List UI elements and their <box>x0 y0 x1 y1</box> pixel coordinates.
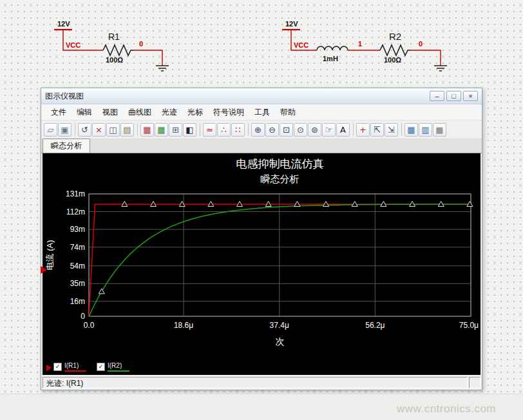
caption-buttons: –□× <box>430 91 478 101</box>
grapher-canvas[interactable]: 0.018.6μ37.4μ56.2μ75.0μ016m35m54m74m93m1… <box>43 153 480 375</box>
x-axis-label: 次 <box>276 336 285 347</box>
zoom-out-icon[interactable]: ⊖ <box>265 123 279 137</box>
x-tick-label: 75.0μ <box>459 321 479 330</box>
menu-item[interactable]: 光标 <box>183 106 207 119</box>
trace-visibility-checkbox[interactable]: ✓ <box>97 363 105 371</box>
r2-value-label[interactable]: 100Ω <box>384 56 401 64</box>
left-circuit: 12V VCC R1 100Ω 0 <box>54 20 169 71</box>
active-trace-tag-icon <box>46 365 52 371</box>
grapher-window: 图示仪视图 –□× 文件编辑视图曲线图光迹光标符号说明工具帮助 ▱▣↺×◫▤▦▦… <box>41 88 482 390</box>
right-circuit: 12V VCC 1mH 1 R2 100Ω 0 <box>282 20 447 71</box>
toolbar-separator <box>137 123 138 136</box>
circuit-schematic: 12V VCC R1 100Ω 0 12V VCC 1mH 1 R2 100Ω … <box>0 0 523 85</box>
invert-colors-icon[interactable]: ◧ <box>183 123 196 137</box>
ground-symbol[interactable] <box>434 62 447 71</box>
toolbar: ▱▣↺×◫▤▦▦⊞◧≈∴∷⊕⊖⊡⊙⊚☞A+⇱⇲▦▥■ <box>41 120 482 139</box>
x-tick-label: 0.0 <box>84 321 95 330</box>
active-trace-arrow-icon <box>41 266 47 274</box>
stop-icon[interactable]: ■ <box>433 123 446 137</box>
trace-name: I(R1) <box>64 362 86 369</box>
x-tick-label: 56.2μ <box>365 321 385 330</box>
menu-item[interactable]: 符号说明 <box>209 106 249 119</box>
window-title: 图示仪视图 <box>45 91 84 102</box>
chart-subtitle: 瞬态分析 <box>261 173 300 184</box>
paste-icon[interactable]: ▤ <box>120 123 134 137</box>
y-tick-label: 131m <box>66 189 85 198</box>
copy-page-icon[interactable]: ▥ <box>419 123 432 137</box>
toolbar-separator <box>401 123 402 136</box>
trace-marker-icon <box>99 289 104 294</box>
trace-color-line <box>108 370 129 372</box>
close-button[interactable]: × <box>463 91 478 101</box>
menu-item[interactable]: 曲线图 <box>124 106 156 119</box>
ground-symbol[interactable] <box>156 62 169 71</box>
hand-icon[interactable]: ☞ <box>322 123 336 137</box>
copy-graph-icon[interactable]: ▦ <box>404 123 418 137</box>
show-legend-icon[interactable]: ▦ <box>155 123 168 137</box>
save-icon[interactable]: ▣ <box>58 123 71 137</box>
title-bar[interactable]: 图示仪视图 –□× <box>41 88 482 104</box>
watermark: www.cntronics.com <box>397 403 496 415</box>
bottom-strip: www.cntronics.com <box>0 394 523 420</box>
cursors-icon[interactable]: + <box>356 123 370 137</box>
left-node-label[interactable]: 0 <box>139 40 143 48</box>
copy-icon[interactable]: ◫ <box>106 123 120 137</box>
r2-ref-label[interactable]: R2 <box>389 31 401 42</box>
trace-color-line <box>64 370 86 372</box>
trace-visibility-checkbox[interactable]: ✓ <box>53 363 62 371</box>
grid-properties-icon[interactable]: ▦ <box>140 123 154 137</box>
menu-item[interactable]: 帮助 <box>276 106 300 119</box>
zoom-in-icon[interactable]: ⊕ <box>251 123 265 137</box>
right-vcc-net-label[interactable]: VCC <box>294 41 309 49</box>
wire[interactable] <box>134 50 162 62</box>
zoom-select-icon[interactable]: ⊚ <box>308 123 321 137</box>
trace-markers-icon[interactable]: ∴ <box>217 123 231 137</box>
right-source-label[interactable]: 12V <box>285 20 298 28</box>
restore-button[interactable]: □ <box>446 91 461 101</box>
minimize-button[interactable]: – <box>430 91 444 101</box>
r1-ref-label[interactable]: R1 <box>108 32 120 42</box>
inductor-symbol[interactable] <box>317 46 348 50</box>
wire[interactable] <box>411 50 441 62</box>
chart-title: 电感抑制电流仿真 <box>236 158 324 170</box>
resistor-r1-symbol[interactable] <box>103 45 134 55</box>
toolbar-separator <box>200 123 200 136</box>
y-tick-label: 93m <box>70 225 85 234</box>
inductor-value-label[interactable]: 1mH <box>323 55 338 62</box>
menu-item[interactable]: 视图 <box>98 106 122 119</box>
menu-item[interactable]: 文件 <box>46 106 71 119</box>
menu-item[interactable]: 光迹 <box>157 106 182 119</box>
trace-I(R1)[interactable] <box>89 204 471 316</box>
status-resize-grip[interactable] <box>469 377 480 388</box>
toolbar-separator <box>248 123 249 136</box>
r1-value-label[interactable]: 100Ω <box>106 56 123 64</box>
cut-icon[interactable]: × <box>92 123 106 137</box>
zoom-area-icon[interactable]: ⊡ <box>280 123 293 137</box>
legend: ✓I(R1)✓I(R2) <box>46 362 129 372</box>
left-vcc-net-label[interactable]: VCC <box>66 41 81 49</box>
legend-item: ✓I(R2) <box>97 362 129 372</box>
resistor-r2-symbol[interactable] <box>380 45 411 55</box>
status-text: 光迹: I(R1) <box>43 377 468 388</box>
toolbar-separator <box>75 123 75 136</box>
y-tick-label: 0 <box>81 312 85 321</box>
open-icon[interactable]: ▱ <box>44 123 57 137</box>
left-source-label[interactable]: 12V <box>57 20 70 28</box>
trace-points-icon[interactable]: ∷ <box>231 123 245 137</box>
mid-node-label[interactable]: 1 <box>358 40 362 48</box>
undo-icon[interactable]: ↺ <box>78 123 91 137</box>
tab-transient-analysis[interactable]: 瞬态分析 <box>43 138 90 153</box>
transient-analysis-chart: 0.018.6μ37.4μ56.2μ75.0μ016m35m54m74m93m1… <box>43 153 480 375</box>
zoom-restore-icon[interactable]: ⊙ <box>294 123 307 137</box>
menu-item[interactable]: 编辑 <box>72 106 97 119</box>
text-annotation-icon[interactable]: A <box>336 123 350 137</box>
show-axes-icon[interactable]: ⊞ <box>169 123 182 137</box>
export-graph-icon[interactable]: ⇲ <box>385 123 398 137</box>
menu-item[interactable]: 工具 <box>250 106 274 119</box>
export-data-icon[interactable]: ⇱ <box>370 123 384 137</box>
x-tick-label: 18.6μ <box>174 321 193 330</box>
right-node-label[interactable]: 0 <box>419 40 423 48</box>
trace-I(R2)[interactable] <box>89 204 471 316</box>
show-trace-icon[interactable]: ≈ <box>203 123 216 137</box>
menu-bar: 文件编辑视图曲线图光迹光标符号说明工具帮助 <box>41 104 482 120</box>
